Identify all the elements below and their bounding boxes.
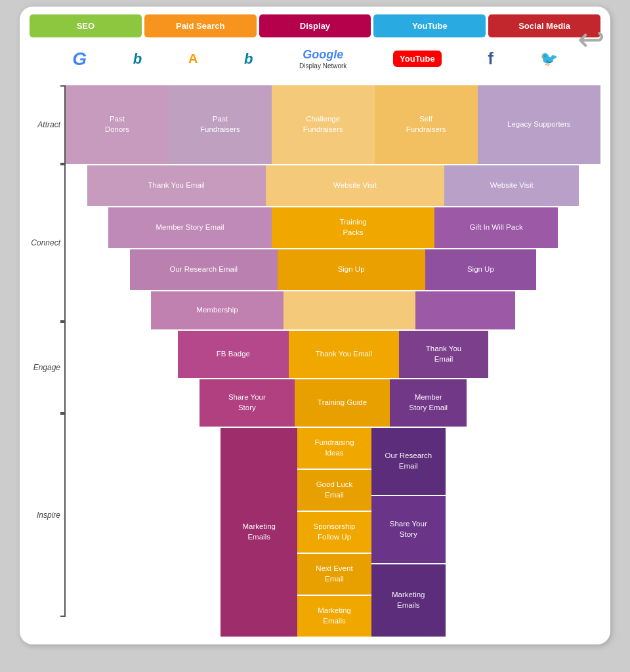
connect-membership: Membership bbox=[151, 291, 283, 329]
inspire-rows: MarketingEmails FundraisingIdeas Good Lu… bbox=[220, 428, 445, 637]
attract-challenge: ChallengeFundraisers bbox=[272, 85, 375, 164]
attract-row: PastDonors PastFundraisers ChallengeFund… bbox=[66, 85, 600, 164]
connect-gift-will: Gift In Will Pack bbox=[434, 207, 557, 248]
channel-seo[interactable]: SEO bbox=[30, 14, 142, 37]
stage-engage: Engage bbox=[30, 322, 66, 413]
youtube-logo: YouTube bbox=[393, 51, 442, 67]
engage-row-1: FB Badge Thank You Email Thank YouEmail bbox=[178, 331, 488, 378]
twitter-logo: 🐦 bbox=[540, 51, 558, 68]
connect-signup-1: Sign Up bbox=[278, 249, 425, 290]
channel-paid-search[interactable]: Paid Search bbox=[144, 14, 257, 37]
page-wrapper: ↩ SEO Paid Search Display YouTube Social… bbox=[0, 0, 630, 672]
channel-bar: SEO Paid Search Display YouTube Social M… bbox=[30, 14, 600, 37]
inspire-middle-col: FundraisingIdeas Good LuckEmail Sponsors… bbox=[297, 428, 371, 637]
inspire-sponsorship: SponsorshipFollow Up bbox=[297, 512, 371, 553]
connect-thank-you-email: Thank You Email bbox=[87, 165, 266, 206]
logos-bar: G b A b Google Display Network YouTube f… bbox=[30, 43, 600, 75]
connect-row-2: Member Story Email TrainingPacks Gift In… bbox=[108, 207, 558, 248]
attract-past-fundraisers: PastFundraisers bbox=[169, 85, 272, 164]
attract-past-donors: PastDonors bbox=[66, 85, 169, 164]
connect-member-story: Member Story Email bbox=[108, 207, 272, 248]
google-logo: G bbox=[72, 49, 87, 70]
connect-research-email: Our Research Email bbox=[130, 249, 278, 290]
bing-logo-1: b bbox=[133, 51, 142, 68]
engage-share-story: Share YourStory bbox=[200, 379, 295, 427]
channel-youtube[interactable]: YouTube bbox=[373, 14, 486, 37]
engage-thankyou-right: Thank YouEmail bbox=[399, 331, 488, 378]
funnel-stage-container: Attract Connect Engage bbox=[30, 85, 600, 637]
attract-legacy: Legacy Supporters bbox=[478, 85, 600, 164]
engage-thankyou-email: Thank You Email bbox=[289, 331, 400, 378]
stage-inspire: Inspire bbox=[30, 413, 66, 617]
attract-self: SelfFundraisers bbox=[375, 85, 478, 164]
channel-display[interactable]: Display bbox=[259, 14, 371, 37]
main-card: ↩ SEO Paid Search Display YouTube Social… bbox=[20, 7, 610, 644]
facebook-logo: f bbox=[488, 49, 494, 69]
engage-member-story: MemberStory Email bbox=[390, 379, 467, 427]
amazon-logo: A bbox=[188, 51, 198, 66]
engage-training-guide: Training Guide bbox=[295, 379, 390, 427]
connect-row-3: Our Research Email Sign Up Sign Up bbox=[130, 249, 536, 290]
inspire-good-luck: Good LuckEmail bbox=[297, 470, 371, 511]
stage-attract: Attract bbox=[30, 85, 66, 164]
connect-training-packs: TrainingPacks bbox=[272, 207, 435, 248]
inspire-marketing-emails-left: MarketingEmails bbox=[220, 428, 297, 637]
funnel-area: PastDonors PastFundraisers ChallengeFund… bbox=[66, 85, 600, 637]
inspire-fundraising-ideas: FundraisingIdeas bbox=[297, 428, 371, 469]
inspire-marketing-mid: MarketingEmails bbox=[297, 596, 371, 637]
connect-website-visit-2: Website Visit bbox=[444, 165, 579, 206]
inspire-research-email: Our ResearchEmail bbox=[371, 428, 446, 495]
connect-training-mid bbox=[284, 291, 415, 329]
engage-fb-badge: FB Badge bbox=[178, 331, 289, 378]
stage-labels-column: Attract Connect Engage bbox=[30, 85, 66, 637]
connect-website-visit-1: Website Visit bbox=[266, 165, 444, 206]
inspire-marketing-right: MarketingEmails bbox=[371, 564, 446, 637]
back-arrow-icon[interactable]: ↩ bbox=[578, 23, 605, 56]
google-display-logo: Google Display Network bbox=[299, 48, 346, 70]
connect-row-4: Membership bbox=[151, 291, 514, 329]
inspire-next-event: Next EventEmail bbox=[297, 554, 371, 595]
connect-right-empty bbox=[415, 291, 515, 329]
inspire-right-col: Our ResearchEmail Share YourStory Market… bbox=[371, 428, 446, 637]
connect-signup-2: Sign Up bbox=[425, 249, 537, 290]
stage-connect: Connect bbox=[30, 164, 66, 322]
engage-row-2: Share YourStory Training Guide MemberSto… bbox=[200, 379, 467, 427]
bing-logo-2: b bbox=[244, 51, 253, 68]
inspire-share-story-right: Share YourStory bbox=[371, 496, 446, 563]
inspire-section: MarketingEmails FundraisingIdeas Good Lu… bbox=[220, 428, 445, 637]
connect-row-1: Thank You Email Website Visit Website Vi… bbox=[87, 165, 579, 206]
